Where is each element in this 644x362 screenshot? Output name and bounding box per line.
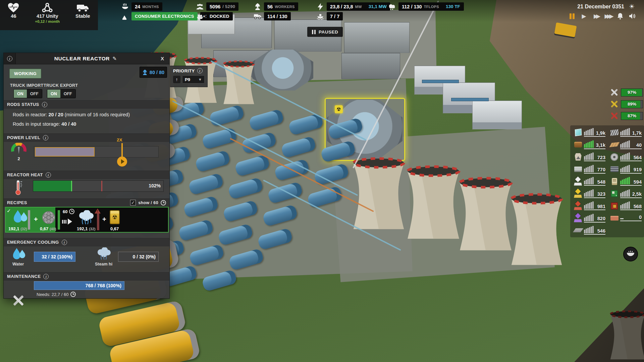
pause-button[interactable] — [568, 12, 576, 20]
resource-molten-gold[interactable]: 323 — [574, 189, 605, 199]
maintenance-basic[interactable]: 97% — [610, 88, 643, 97]
play-button[interactable]: ▶ — [580, 12, 588, 20]
resource-amount: 548 — [597, 180, 605, 185]
resource-slab[interactable]: 546 — [574, 225, 605, 235]
paused-badge: PAUSED — [307, 27, 343, 37]
computing-icon — [388, 3, 396, 10]
info-icon[interactable]: i — [46, 172, 51, 178]
truck-export-off[interactable]: OFF — [60, 89, 75, 98]
population-value: 5096 — [210, 4, 220, 9]
unity-indicator[interactable]: 417 Unity +0,12 / month — [35, 3, 60, 30]
resource-molten-copper[interactable]: 981 — [574, 201, 605, 211]
simulation-controls: ▶ ▶▶ ▶▶▶ — [568, 12, 637, 20]
truck-export-on[interactable]: ON — [47, 89, 60, 98]
logistics-status: Stable — [75, 13, 90, 19]
slab-icon — [574, 226, 583, 235]
paused-label: PAUSED — [319, 29, 338, 35]
molten-gold-icon — [574, 189, 583, 198]
panel-info-button[interactable]: i — [4, 53, 16, 64]
panel-titlebar: i NUCLEAR REACTOR✎ X — [4, 53, 169, 64]
quick-recipes-button[interactable] — [623, 247, 638, 261]
slider-handle[interactable] — [115, 143, 129, 171]
unity-value: 417 Unity — [37, 13, 58, 19]
info-icon[interactable]: i — [42, 102, 47, 107]
rods-in-storage-line: Rods in input storage: 40 / 40 — [13, 121, 76, 127]
dock-stat[interactable]: DOCKED — [196, 12, 233, 20]
reactor-heat-header: REACTOR HEATi — [4, 171, 169, 179]
sun-brightness-icon[interactable]: ☀ — [629, 3, 635, 10]
truck-export-toggle[interactable]: ON OFF — [47, 89, 76, 98]
close-button[interactable]: X — [155, 53, 169, 64]
maintenance-mk2[interactable]: 89% — [610, 100, 643, 109]
heat-fill — [33, 181, 72, 191]
logistics-indicator[interactable]: Stable — [75, 3, 90, 30]
resource-mech-parts[interactable]: 564 — [610, 152, 642, 162]
fast-forward-button[interactable]: ▶▶ — [592, 12, 600, 20]
recipe-row[interactable]: ✓ 192,1 (32) + 0,67 (40) 60 192,1 (32) +… — [5, 207, 169, 233]
resource-sand[interactable]: 723 — [574, 152, 605, 162]
resource-amount: 981 — [597, 204, 605, 209]
food-months-value: 24 — [135, 4, 140, 9]
rename-pencil-icon[interactable]: ✎ — [112, 56, 117, 61]
cooling-steam-value: 0 / 32 (0%) — [133, 254, 156, 259]
worker-icon — [142, 69, 148, 75]
truck-import-on[interactable]: ON — [14, 89, 27, 98]
resource-steel[interactable]: 919 — [610, 164, 642, 174]
planks-icon — [610, 140, 619, 149]
cooling-steam-icon — [96, 247, 112, 261]
power-level-slider[interactable]: 2X — [34, 146, 159, 158]
resource-molten-purple[interactable]: 820 — [574, 213, 605, 223]
resource-planks[interactable]: 40 — [610, 140, 642, 150]
priority-dropdown[interactable]: P9▼ — [182, 75, 205, 83]
input-buffer-bar — [28, 210, 30, 230]
notifications-bell-icon[interactable] — [616, 12, 625, 20]
stock-gauge — [620, 165, 630, 172]
steam-output-amount: 192,1 (32) — [77, 226, 96, 231]
info-icon[interactable]: i — [62, 240, 67, 245]
show-recipes-checkbox[interactable]: ✓ — [130, 200, 136, 205]
resource-lab-gear[interactable]: 594 — [610, 176, 642, 186]
maintenance-mk3[interactable]: 87% — [610, 111, 643, 120]
population-stat[interactable]: 5096/ 5290 — [196, 2, 238, 11]
resource-amount: 919 — [634, 167, 642, 172]
resource-beams[interactable]: 1,7k — [610, 127, 642, 137]
circuit-icon — [610, 189, 619, 198]
food-icon — [121, 3, 129, 10]
truck-import-off[interactable]: OFF — [27, 89, 42, 98]
boats-stat[interactable]: 7 / 7 — [317, 12, 343, 20]
durability-value: 87% — [621, 112, 643, 120]
food-stat[interactable]: 24MONTHS — [121, 2, 162, 11]
info-icon[interactable]: i — [43, 135, 48, 140]
resource-chip[interactable]: 568 — [610, 201, 642, 211]
cooling-tower[interactable] — [589, 310, 644, 362]
resource-glass[interactable]: 1,9k — [574, 127, 605, 137]
truck-import-toggle[interactable]: ON OFF — [13, 89, 42, 98]
power-stat[interactable]: 23,8 / 23,8MW31,1 MW — [317, 2, 390, 11]
fastest-button[interactable]: ▶▶▶ — [604, 12, 612, 20]
trucks-stat[interactable]: 114 / 130 — [254, 12, 291, 20]
info-icon[interactable]: i — [197, 68, 203, 73]
resource-circuit[interactable]: 2,5k — [610, 189, 642, 199]
output-buffer-bar — [97, 214, 99, 230]
info-icon[interactable]: i — [43, 274, 49, 279]
resource-brick[interactable]: 0 — [610, 213, 642, 223]
resource-concrete[interactable]: 770 — [574, 164, 605, 174]
steel-icon — [610, 165, 619, 174]
workers-unit: WORKERS — [275, 5, 295, 9]
resource-amount: 1,7k — [632, 131, 642, 136]
computing-stat[interactable]: 112 / 130TFLOPS130 TF — [388, 2, 464, 11]
cooling-tower[interactable] — [220, 47, 258, 120]
recipe-arrow-icon — [62, 219, 72, 225]
water-input-amount: 192,1 (32) — [8, 226, 27, 231]
panel-title: NUCLEAR REACTOR✎ — [16, 56, 155, 62]
health-indicator[interactable]: 46 — [8, 3, 19, 30]
priority-box: PRIORITYi ↑ P9▼ — [170, 66, 208, 87]
resource-molten-iron[interactable]: 548 — [574, 176, 605, 186]
cooling-tower[interactable] — [505, 181, 568, 281]
workers-stat[interactable]: 56WORKERS — [254, 2, 298, 11]
sound-icon[interactable] — [628, 12, 637, 20]
resource-log[interactable]: 3,1k — [574, 140, 605, 150]
priority-up-icon[interactable]: ↑ — [173, 76, 180, 83]
stock-gauge — [584, 165, 594, 172]
pause-icon — [312, 30, 316, 34]
